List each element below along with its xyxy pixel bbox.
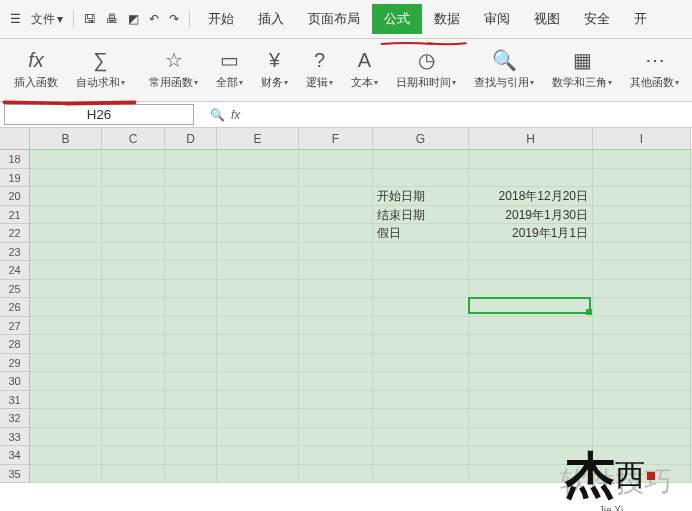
cell-I31[interactable] — [593, 391, 691, 410]
cell-D21[interactable] — [165, 206, 217, 225]
save-icon[interactable]: 🖫 — [80, 10, 100, 28]
cell-I21[interactable] — [593, 206, 691, 225]
row-header-25[interactable]: 25 — [0, 280, 30, 299]
cell-C22[interactable] — [102, 224, 165, 243]
cell-E33[interactable] — [217, 428, 299, 447]
cell-H32[interactable] — [469, 409, 593, 428]
cell-E21[interactable] — [217, 206, 299, 225]
cell-B18[interactable] — [30, 150, 102, 169]
cell-I26[interactable] — [593, 298, 691, 317]
cell-E20[interactable] — [217, 187, 299, 206]
cell-G22[interactable]: 假日 — [373, 224, 469, 243]
cell-C32[interactable] — [102, 409, 165, 428]
undo-icon[interactable]: ↶ — [145, 10, 163, 28]
cell-I35[interactable] — [593, 465, 691, 484]
cell-G23[interactable] — [373, 243, 469, 262]
cell-B24[interactable] — [30, 261, 102, 280]
cell-E24[interactable] — [217, 261, 299, 280]
cell-H23[interactable] — [469, 243, 593, 262]
cell-I34[interactable] — [593, 446, 691, 465]
row-header-33[interactable]: 33 — [0, 428, 30, 447]
cell-F19[interactable] — [299, 169, 373, 188]
cell-E22[interactable] — [217, 224, 299, 243]
cell-D22[interactable] — [165, 224, 217, 243]
cell-E26[interactable] — [217, 298, 299, 317]
cell-D29[interactable] — [165, 354, 217, 373]
cell-D20[interactable] — [165, 187, 217, 206]
cell-D26[interactable] — [165, 298, 217, 317]
cell-F20[interactable] — [299, 187, 373, 206]
cell-E35[interactable] — [217, 465, 299, 484]
menu-icon[interactable]: ☰ — [6, 10, 25, 28]
cell-F26[interactable] — [299, 298, 373, 317]
cell-H28[interactable] — [469, 335, 593, 354]
col-header-C[interactable]: C — [102, 128, 165, 150]
cell-H24[interactable] — [469, 261, 593, 280]
cell-D23[interactable] — [165, 243, 217, 262]
autosum-button[interactable]: ∑ 自动求和▾ — [68, 47, 133, 90]
cell-C20[interactable] — [102, 187, 165, 206]
cell-I29[interactable] — [593, 354, 691, 373]
cell-D28[interactable] — [165, 335, 217, 354]
row-header-24[interactable]: 24 — [0, 261, 30, 280]
cell-B22[interactable] — [30, 224, 102, 243]
cell-G18[interactable] — [373, 150, 469, 169]
cell-H34[interactable] — [469, 446, 593, 465]
cell-I32[interactable] — [593, 409, 691, 428]
cell-D19[interactable] — [165, 169, 217, 188]
tab-open[interactable]: 开 — [622, 4, 659, 34]
cell-G34[interactable] — [373, 446, 469, 465]
fx-label[interactable]: fx — [231, 108, 240, 122]
cell-D18[interactable] — [165, 150, 217, 169]
cell-D32[interactable] — [165, 409, 217, 428]
cell-D25[interactable] — [165, 280, 217, 299]
cell-G20[interactable]: 开始日期 — [373, 187, 469, 206]
cell-F27[interactable] — [299, 317, 373, 336]
cell-G24[interactable] — [373, 261, 469, 280]
cells-area[interactable]: 开始日期2018年12月20日结束日期2019年1月30日假日2019年1月1日 — [30, 150, 692, 483]
cell-D34[interactable] — [165, 446, 217, 465]
cell-I27[interactable] — [593, 317, 691, 336]
cell-E31[interactable] — [217, 391, 299, 410]
cell-I24[interactable] — [593, 261, 691, 280]
cell-H18[interactable] — [469, 150, 593, 169]
cell-C33[interactable] — [102, 428, 165, 447]
cell-F33[interactable] — [299, 428, 373, 447]
cell-E18[interactable] — [217, 150, 299, 169]
formula-input[interactable] — [246, 107, 688, 122]
cell-F22[interactable] — [299, 224, 373, 243]
cell-C21[interactable] — [102, 206, 165, 225]
cell-F25[interactable] — [299, 280, 373, 299]
cell-G33[interactable] — [373, 428, 469, 447]
cell-I23[interactable] — [593, 243, 691, 262]
cell-B27[interactable] — [30, 317, 102, 336]
col-header-H[interactable]: H — [469, 128, 593, 150]
cell-B28[interactable] — [30, 335, 102, 354]
cell-G29[interactable] — [373, 354, 469, 373]
cell-H30[interactable] — [469, 372, 593, 391]
col-header-F[interactable]: F — [299, 128, 373, 150]
cell-G19[interactable] — [373, 169, 469, 188]
row-header-22[interactable]: 22 — [0, 224, 30, 243]
tab-review[interactable]: 审阅 — [472, 4, 522, 34]
cell-D31[interactable] — [165, 391, 217, 410]
row-header-31[interactable]: 31 — [0, 391, 30, 410]
cell-F30[interactable] — [299, 372, 373, 391]
cell-I19[interactable] — [593, 169, 691, 188]
cell-B34[interactable] — [30, 446, 102, 465]
cell-B25[interactable] — [30, 280, 102, 299]
cell-G25[interactable] — [373, 280, 469, 299]
insert-function-button[interactable]: fx 插入函数 — [6, 47, 66, 90]
cell-F28[interactable] — [299, 335, 373, 354]
row-header-27[interactable]: 27 — [0, 317, 30, 336]
redo-icon[interactable]: ↷ — [165, 10, 183, 28]
cell-F35[interactable] — [299, 465, 373, 484]
cell-E19[interactable] — [217, 169, 299, 188]
row-header-19[interactable]: 19 — [0, 169, 30, 188]
cell-E29[interactable] — [217, 354, 299, 373]
col-header-B[interactable]: B — [30, 128, 102, 150]
cell-B26[interactable] — [30, 298, 102, 317]
cell-B19[interactable] — [30, 169, 102, 188]
cell-H27[interactable] — [469, 317, 593, 336]
tab-insert[interactable]: 插入 — [246, 4, 296, 34]
